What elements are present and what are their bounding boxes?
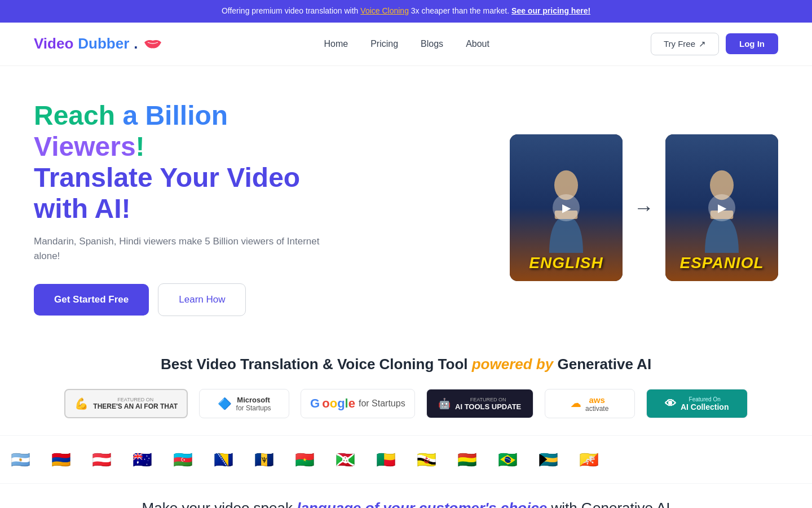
flag-item: 🇧🇯 (365, 446, 406, 473)
partners-row: 💪 FEATURED ON THERE'S AN AI FOR THAT 🔷 M… (34, 389, 778, 418)
partner-aws: ☁ aws activate (545, 389, 635, 418)
play-button-spanish[interactable]: ▶ (708, 194, 735, 221)
thumb-label-english: ENGLISH (529, 254, 603, 272)
flag-item: 🇦🇷 (0, 446, 41, 473)
flag-item: 🇧🇧 (244, 446, 284, 473)
flag-item: 🇧🇴 (447, 446, 487, 473)
flag-item: 🇧🇷 (487, 446, 528, 473)
flag-item: 🇦🇿 (162, 446, 203, 473)
google-g-icon: G (310, 396, 320, 411)
microsoft-icon: 🔷 (218, 397, 232, 410)
hero-right: ▶ ENGLISH → ▶ ESPANIOL (510, 134, 778, 281)
banner-text: Offering premium video translation with (222, 6, 360, 15)
partner-theresanai: 💪 FEATURED ON THERE'S AN AI FOR THAT (64, 389, 188, 418)
flag-item: 🇦🇺 (122, 446, 162, 473)
language-title: Make your video speak language of your c… (34, 500, 778, 508)
nav-pricing[interactable]: Pricing (370, 39, 398, 49)
external-link-icon: ↗ (699, 39, 706, 49)
banner-middle: 3x cheaper than the market. (409, 6, 511, 15)
flags-row: 🇦🇷🇦🇲🇦🇹🇦🇺🇦🇿🇧🇦🇧🇧🇧🇫🇧🇮🇧🇯🇧🇳🇧🇴🇧🇷🇧🇸🇧🇹 (0, 435, 812, 484)
voice-cloning-link[interactable]: Voice Cloning (360, 6, 409, 15)
flag-item: 🇧🇹 (568, 446, 609, 473)
see-pricing-link[interactable]: See our pricing here! (511, 6, 590, 15)
thumb-label-spanish: ESPANIOL (679, 254, 764, 272)
flag-item: 🇦🇲 (41, 446, 81, 473)
partner-google: Google for Startups (301, 389, 415, 418)
robot-icon: 🤖 (438, 397, 451, 410)
play-button-english[interactable]: ▶ (553, 194, 580, 221)
best-title-start: Best Video Translation & Voice Cloning T… (161, 356, 472, 373)
gen-ai: Generative AI (553, 356, 651, 373)
partner-aitools: 🤖 FEATURED ON AI TOOLS UPDATE (426, 389, 533, 418)
aws-icon: ☁ (571, 397, 581, 410)
nav-about[interactable]: About (466, 39, 489, 49)
logo-dubber: Dubber (78, 35, 129, 52)
muscle-icon: 💪 (74, 397, 89, 410)
learn-how-button[interactable]: Learn How (158, 283, 246, 316)
logo-lips-icon (143, 37, 163, 51)
hero-left: Reach a Billion Viewers! Translate Your … (34, 100, 338, 317)
nav-home[interactable]: Home (324, 39, 348, 49)
nav-links: Home Pricing Blogs About (324, 39, 489, 49)
get-started-button[interactable]: Get Started Free (34, 284, 149, 316)
try-free-button[interactable]: Try Free ↗ (651, 33, 719, 55)
best-section: Best Video Translation & Voice Cloning T… (0, 344, 812, 435)
partner-aicollection: 👁 Featured On AI Collection (646, 389, 748, 418)
language-section: Make your video speak language of your c… (0, 484, 812, 508)
hero-section: Reach a Billion Viewers! Translate Your … (0, 66, 812, 345)
navbar: VideoDubber. Home Pricing Blogs About Tr… (0, 23, 812, 66)
flag-item: 🇧🇫 (284, 446, 325, 473)
powered-by: powered by (472, 356, 553, 373)
hero-buttons: Get Started Free Learn How (34, 283, 338, 316)
eye-icon: 👁 (665, 397, 676, 410)
flag-item: 🇧🇦 (203, 446, 244, 473)
video-thumb-spanish: ▶ ESPANIOL (665, 134, 778, 281)
logo-dot: . (134, 35, 138, 52)
logo-video: Video (34, 35, 73, 52)
nav-actions: Try Free ↗ Log In (651, 33, 778, 55)
top-banner: Offering premium video translation with … (0, 0, 812, 23)
flag-item: 🇧🇮 (325, 446, 365, 473)
flag-item: 🇦🇹 (81, 446, 122, 473)
flag-item: 🇧🇸 (528, 446, 568, 473)
best-title: Best Video Translation & Voice Cloning T… (34, 356, 778, 373)
flag-item: 🇧🇳 (406, 446, 447, 473)
video-thumb-english: ▶ ENGLISH (510, 134, 623, 281)
nav-blogs[interactable]: Blogs (421, 39, 443, 49)
partner-microsoft: 🔷 Microsoft for Startups (199, 389, 289, 418)
hero-subtitle: Mandarin, Spanish, Hindi viewers make 5 … (34, 234, 338, 263)
logo: VideoDubber. (34, 35, 163, 52)
hero-title: Reach a Billion Viewers! Translate Your … (34, 100, 338, 225)
translation-arrow: → (634, 196, 654, 220)
login-button[interactable]: Log In (726, 33, 778, 54)
